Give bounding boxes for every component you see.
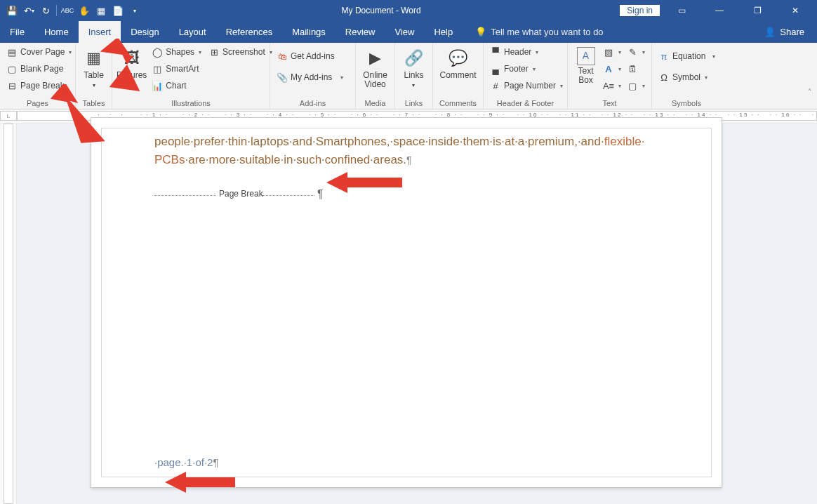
group-symbols-label: Symbols — [652, 99, 721, 109]
close-button[interactable]: ✕ — [779, 0, 811, 21]
pilcrow-icon: ¶ — [317, 188, 324, 201]
addins-icon: 📎 — [277, 72, 288, 83]
hand-button[interactable]: ✋ — [77, 3, 92, 18]
collapse-ribbon-button[interactable]: ˄ — [808, 88, 811, 107]
separator — [56, 5, 57, 16]
svg-marker-0 — [98, 39, 147, 91]
window-title: My Document - Word — [142, 6, 620, 15]
annotation-arrow — [326, 172, 404, 193]
object-icon: ▢ — [627, 80, 638, 91]
share-icon: 👤 — [764, 27, 776, 37]
comment-button[interactable]: 💬 Comment — [437, 44, 479, 80]
store-icon: 🛍 — [277, 51, 288, 62]
link-icon: 🔗 — [403, 47, 425, 69]
lightbulb-icon: 💡 — [475, 27, 486, 37]
group-links-label: Links — [395, 99, 432, 109]
group-comments-label: Comments — [433, 99, 483, 109]
cover-page-icon: ▤ — [6, 46, 18, 58]
equation-icon: π — [658, 51, 670, 62]
tab-home[interactable]: Home — [34, 21, 79, 43]
my-addins-button[interactable]: 📎My Add-ins — [274, 69, 345, 85]
quickparts-icon: ▧ — [603, 46, 614, 58]
page-break-indicator[interactable]: Page Break ¶ — [154, 190, 658, 204]
get-addins-button[interactable]: 🛍Get Add-ins — [274, 48, 345, 64]
tab-file[interactable]: File — [0, 21, 34, 43]
body-paragraph[interactable]: people·prefer·thin·laptops·and·Smartphon… — [154, 133, 658, 168]
links-button[interactable]: 🔗 Links▾ — [399, 44, 428, 89]
object-button[interactable]: ▢ — [625, 78, 647, 93]
footer-button[interactable]: ▄Footer — [488, 61, 565, 77]
comment-icon: 💬 — [447, 47, 470, 69]
pagenum-icon: # — [490, 80, 501, 91]
minimize-button[interactable]: — — [703, 0, 736, 21]
page-footer[interactable]: ·page.·1·of·2¶ — [154, 456, 218, 468]
symbol-button[interactable]: ΩSymbol — [656, 69, 717, 85]
blank-page-icon: ▢ — [6, 63, 18, 74]
textbox-icon: A — [577, 47, 595, 65]
group-addins-label: Add-ins — [270, 99, 355, 109]
tab-review[interactable]: Review — [336, 21, 385, 43]
page-break-icon: ⊟ — [6, 80, 18, 91]
share-button[interactable]: 👤 Share — [752, 21, 817, 43]
tab-mailings[interactable]: Mailings — [282, 21, 336, 43]
signature-icon: ✎ — [627, 46, 638, 58]
group-text-label: Text — [568, 99, 651, 109]
footer-icon: ▄ — [490, 63, 501, 74]
redo-button[interactable]: ↻ — [38, 3, 53, 18]
spellcheck-button[interactable]: ABC — [60, 3, 75, 18]
group-header-footer-label: Header & Footer — [484, 99, 567, 109]
header-icon: ▀ — [490, 46, 501, 58]
signature-button[interactable]: ✎ — [625, 44, 647, 60]
tab-view[interactable]: View — [385, 21, 424, 43]
sign-in-button[interactable]: Sign in — [620, 5, 660, 16]
group-illustrations-label: Illustrations — [112, 99, 270, 109]
svg-marker-2 — [326, 172, 402, 193]
wordart-button[interactable]: A — [601, 61, 623, 77]
text-box-button[interactable]: A Text Box — [572, 44, 599, 85]
group-media-label: Media — [356, 99, 394, 109]
layout-button[interactable]: ▦ — [93, 3, 109, 18]
blank-page-button[interactable]: ▢Blank Page — [4, 61, 74, 77]
ribbon-display-button[interactable]: ▭ — [665, 0, 698, 21]
page-number-button[interactable]: #Page Number — [488, 78, 565, 93]
document-button[interactable]: 📄 — [110, 3, 126, 18]
symbol-icon: Ω — [658, 72, 670, 83]
equation-button[interactable]: πEquation — [656, 48, 717, 64]
screenshot-button[interactable]: ⊞Screenshot — [206, 44, 274, 60]
hyperlink-pcbs[interactable]: PCBs — [154, 153, 185, 166]
tab-layout[interactable]: Layout — [169, 21, 216, 43]
save-button[interactable]: 💾 — [4, 3, 20, 18]
annotation-arrow — [165, 472, 242, 493]
pilcrow-icon: ¶ — [406, 154, 412, 166]
video-icon: ▶ — [364, 47, 387, 69]
cover-page-button[interactable]: ▤Cover Page — [4, 44, 74, 60]
drop-cap-button[interactable]: A≡ — [601, 78, 623, 93]
hyperlink-flexible[interactable]: flexible· — [604, 135, 645, 148]
tell-me-search[interactable]: 💡 Tell me what you want to do — [463, 21, 603, 43]
quick-parts-button[interactable]: ▧ — [601, 44, 623, 60]
header-button[interactable]: ▀Header — [488, 44, 565, 60]
annotation-arrow — [49, 84, 126, 147]
title-bar: 💾 ↶▾ ↻ ABC ✋ ▦ 📄 ▾ My Document - Word Si… — [0, 0, 817, 21]
tab-help[interactable]: Help — [424, 21, 463, 43]
vertical-ruler[interactable] — [0, 124, 17, 504]
screenshot-icon: ⊞ — [208, 46, 220, 58]
svg-marker-1 — [49, 84, 111, 145]
online-video-button[interactable]: ▶ Online Video — [360, 44, 390, 89]
datetime-icon: 🗓 — [627, 63, 638, 74]
dropcap-icon: A≡ — [603, 80, 614, 91]
date-time-button[interactable]: 🗓 — [625, 61, 647, 77]
quick-access-toolbar: 💾 ↶▾ ↻ ABC ✋ ▦ 📄 ▾ — [0, 3, 142, 18]
wordart-icon: A — [603, 63, 614, 74]
svg-marker-3 — [165, 472, 235, 493]
tab-references[interactable]: References — [216, 21, 282, 43]
pilcrow-icon: ¶ — [213, 456, 218, 468]
maximize-button[interactable]: ❐ — [741, 0, 773, 21]
undo-button[interactable]: ↶▾ — [21, 3, 36, 18]
document-area[interactable]: people·prefer·thin·laptops·and·Smartphon… — [0, 124, 817, 504]
ruler-corner: L — [0, 111, 17, 121]
page-1[interactable]: people·prefer·thin·laptops·and·Smartphon… — [91, 117, 722, 488]
qat-more-button[interactable]: ▾ — [127, 3, 142, 18]
